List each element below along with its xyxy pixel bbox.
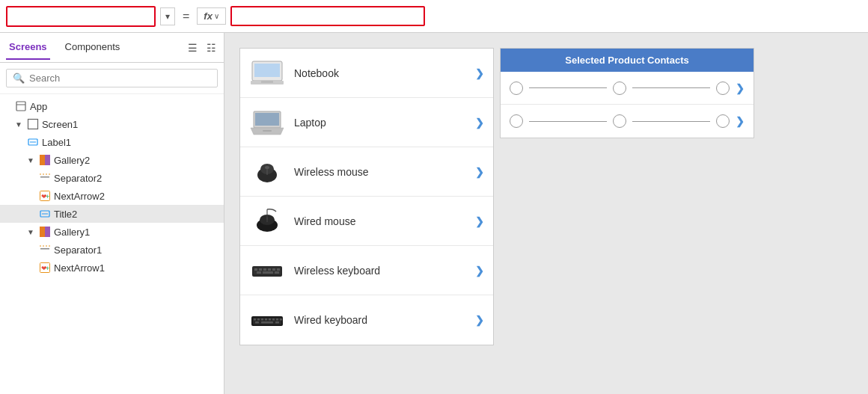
svg-rect-41 bbox=[259, 268, 262, 271]
wired-keyboard-label: Wired keyboard bbox=[294, 314, 466, 326]
tree-item-app[interactable]: App bbox=[0, 97, 224, 115]
svg-rect-58 bbox=[280, 318, 282, 321]
tree-label-gallery1: Gallery1 bbox=[54, 227, 90, 238]
formula-input[interactable]: ThisItem.'Full Name' bbox=[230, 6, 425, 26]
search-input[interactable] bbox=[29, 73, 211, 84]
tab-icon-group: ☰ ☷ bbox=[186, 40, 218, 55]
svg-rect-53 bbox=[261, 318, 263, 321]
tree-item-nextarrow2[interactable]: ❤ + NextArrow2 bbox=[0, 187, 224, 205]
tree-label-app: App bbox=[30, 101, 47, 112]
svg-rect-54 bbox=[265, 318, 267, 321]
list-view-icon[interactable]: ☰ bbox=[186, 40, 199, 55]
svg-rect-51 bbox=[254, 318, 256, 321]
svg-rect-40 bbox=[254, 268, 257, 271]
wired-mouse-image bbox=[249, 205, 285, 238]
tree-item-separator1[interactable]: Separator1 bbox=[0, 241, 224, 259]
svg-rect-48 bbox=[275, 271, 279, 274]
title2-icon bbox=[39, 208, 51, 220]
product-gallery: Notebook ❯ Laptop ❯ bbox=[239, 48, 494, 345]
wireless-mouse-image bbox=[249, 156, 285, 188]
svg-rect-24 bbox=[261, 81, 273, 83]
tree-label-label1: Label1 bbox=[42, 137, 71, 148]
gallery-item-notebook[interactable]: Notebook ❯ bbox=[240, 49, 493, 98]
svg-rect-59 bbox=[255, 321, 259, 324]
svg-text:+: + bbox=[46, 265, 49, 272]
search-icon: 🔍 bbox=[13, 73, 25, 84]
svg-rect-5 bbox=[40, 155, 45, 165]
svg-rect-55 bbox=[269, 318, 271, 321]
tree-item-label1[interactable]: Label1 bbox=[0, 133, 224, 151]
tree-item-nextarrow1[interactable]: ❤ + NextArrow1 bbox=[0, 259, 224, 277]
tree-label-nextarrow2: NextArrow2 bbox=[54, 191, 105, 202]
left-panel: Screens Components ☰ ☷ 🔍 App bbox=[0, 33, 224, 394]
svg-rect-22 bbox=[254, 64, 280, 77]
tree-item-gallery2[interactable]: ▼ Gallery2 bbox=[0, 151, 224, 169]
contact-circle-2 bbox=[613, 81, 626, 95]
label-icon bbox=[27, 136, 39, 148]
tree-item-gallery1[interactable]: ▼ Gallery1 bbox=[0, 223, 224, 241]
gallery-item-wired-mouse[interactable]: Wired mouse ❯ bbox=[240, 197, 493, 246]
fx-button[interactable]: fx ∨ bbox=[197, 7, 226, 25]
contacts-row2-chevron[interactable]: ❯ bbox=[736, 115, 745, 127]
contact-circle-4 bbox=[510, 114, 523, 128]
wired-mouse-chevron: ❯ bbox=[475, 215, 484, 227]
tree-item-screen1[interactable]: ▼ Screen1 bbox=[0, 115, 224, 133]
screen-icon bbox=[27, 118, 39, 130]
svg-rect-15 bbox=[45, 227, 50, 237]
app-icon bbox=[15, 100, 27, 112]
svg-rect-6 bbox=[45, 155, 50, 165]
wired-mouse-label: Wired mouse bbox=[294, 215, 466, 227]
svg-rect-61 bbox=[275, 321, 279, 324]
grid-view-icon[interactable]: ☷ bbox=[205, 40, 218, 55]
gallery2-icon bbox=[39, 154, 51, 166]
fx-label: fx bbox=[204, 10, 213, 22]
laptop-chevron: ❯ bbox=[475, 117, 484, 129]
svg-rect-28 bbox=[263, 130, 272, 132]
laptop-image bbox=[249, 106, 285, 139]
gallery-item-wireless-keyboard[interactable]: Wireless keyboard ❯ bbox=[240, 246, 493, 295]
svg-rect-42 bbox=[263, 268, 266, 271]
canvas-area: Notebook ❯ Laptop ❯ bbox=[224, 33, 868, 394]
gallery-item-wired-keyboard[interactable]: Wired keyboard ❯ bbox=[240, 295, 493, 345]
separator2-icon bbox=[39, 172, 51, 184]
nextarrow2-icon: ❤ + bbox=[39, 190, 51, 202]
svg-rect-52 bbox=[257, 318, 260, 321]
tab-components[interactable]: Components bbox=[62, 35, 123, 60]
wireless-keyboard-chevron: ❯ bbox=[475, 265, 484, 277]
svg-rect-57 bbox=[276, 318, 278, 321]
tree-label-nextarrow1: NextArrow1 bbox=[54, 262, 105, 274]
contact-line-1 bbox=[529, 87, 607, 88]
contacts-row1-chevron[interactable]: ❯ bbox=[736, 82, 745, 94]
tab-screens[interactable]: Screens bbox=[6, 35, 50, 60]
svg-rect-7 bbox=[40, 176, 49, 178]
gallery-item-laptop[interactable]: Laptop ❯ bbox=[240, 98, 493, 147]
tree-panel: App ▼ Screen1 Label1 ▼ bbox=[0, 94, 224, 394]
tree-item-separator2[interactable]: Separator2 bbox=[0, 169, 224, 187]
property-dropdown[interactable]: ▾ bbox=[160, 7, 175, 25]
svg-rect-60 bbox=[261, 321, 273, 324]
notebook-label: Notebook bbox=[294, 67, 466, 79]
text-property-input[interactable]: Text bbox=[6, 6, 156, 27]
gallery1-icon bbox=[39, 226, 51, 238]
svg-rect-47 bbox=[263, 271, 273, 274]
contact-circle-5 bbox=[613, 114, 626, 128]
tree-label-screen1: Screen1 bbox=[42, 119, 78, 130]
tree-label-title2: Title2 bbox=[54, 209, 77, 220]
equals-sign: = bbox=[180, 10, 192, 23]
wireless-mouse-label: Wireless mouse bbox=[294, 166, 466, 178]
contact-line-2 bbox=[632, 87, 710, 88]
gallery-item-wireless-mouse[interactable]: Wireless mouse ❯ bbox=[240, 147, 493, 197]
toolbar: Text ▾ = fx ∨ ThisItem.'Full Name' bbox=[0, 0, 868, 33]
tree-label-gallery2: Gallery2 bbox=[54, 155, 90, 166]
fx-chevron: ∨ bbox=[214, 12, 219, 20]
svg-rect-44 bbox=[272, 268, 275, 271]
tree-label-separator1: Separator1 bbox=[54, 244, 102, 256]
svg-rect-43 bbox=[268, 268, 271, 271]
tree-label-separator2: Separator2 bbox=[54, 173, 102, 184]
contact-circle-6 bbox=[716, 114, 730, 128]
svg-rect-26 bbox=[255, 113, 279, 126]
contacts-panel: Selected Product Contacts ❯ ❯ bbox=[500, 48, 754, 138]
tabs-bar: Screens Components ☰ ☷ bbox=[0, 33, 224, 63]
tree-item-title2[interactable]: Title2 bbox=[0, 205, 224, 223]
svg-rect-16 bbox=[40, 248, 49, 250]
